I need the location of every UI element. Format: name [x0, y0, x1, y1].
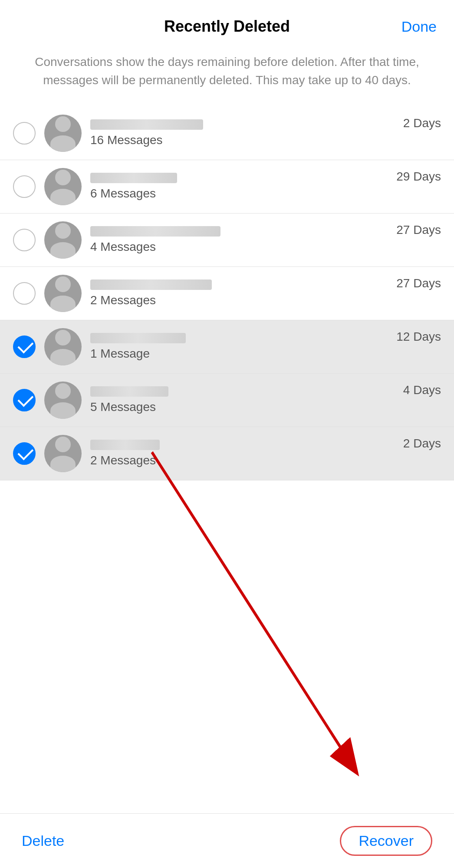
list-item[interactable]: 4 Messages27 Days [0, 214, 454, 267]
contact-name-blurred [90, 226, 220, 237]
message-count: 6 Messages [90, 187, 396, 201]
days-remaining: 27 Days [396, 221, 441, 237]
list-item[interactable]: 2 Messages2 Days [0, 427, 454, 480]
contact-name-blurred [90, 440, 160, 450]
days-remaining: 27 Days [396, 275, 441, 290]
radio-circle[interactable] [13, 389, 36, 411]
message-count: 2 Messages [90, 293, 396, 307]
radio-circle[interactable] [13, 229, 36, 251]
message-count: 16 Messages [90, 133, 403, 147]
list-item[interactable]: 6 Messages29 Days [0, 160, 454, 214]
page-title: Recently Deleted [164, 17, 290, 36]
header: Recently Deleted Done [0, 0, 454, 44]
list-item[interactable]: 1 Message12 Days [0, 320, 454, 374]
avatar [44, 168, 82, 205]
days-remaining: 4 Days [403, 381, 441, 397]
avatar [44, 381, 82, 419]
radio-circle[interactable] [13, 175, 36, 198]
avatar [44, 435, 82, 472]
days-remaining: 2 Days [403, 115, 441, 130]
avatar [44, 221, 82, 259]
message-count: 1 Message [90, 347, 396, 361]
recover-button[interactable]: Recover [340, 826, 432, 856]
message-count: 4 Messages [90, 240, 396, 254]
avatar [44, 275, 82, 312]
bottom-toolbar: Delete Recover [0, 813, 454, 868]
message-count: 5 Messages [90, 400, 403, 414]
svg-line-1 [152, 452, 356, 772]
contact-name-blurred [90, 279, 212, 290]
radio-circle[interactable] [13, 282, 36, 305]
radio-circle[interactable] [13, 122, 36, 145]
radio-circle[interactable] [13, 442, 36, 465]
list-item[interactable]: 5 Messages4 Days [0, 374, 454, 427]
days-remaining: 29 Days [396, 168, 441, 184]
conversation-list: 16 Messages2 Days6 Messages29 Days4 Mess… [0, 107, 454, 480]
list-item[interactable]: 2 Messages27 Days [0, 267, 454, 320]
list-wrapper: 16 Messages2 Days6 Messages29 Days4 Mess… [0, 107, 454, 813]
avatar [44, 115, 82, 152]
contact-name-blurred [90, 386, 168, 397]
avatar [44, 328, 82, 365]
radio-circle[interactable] [13, 335, 36, 358]
description-text: Conversations show the days remaining be… [0, 44, 454, 107]
done-button[interactable]: Done [401, 18, 437, 35]
message-count: 2 Messages [90, 454, 403, 467]
contact-name-blurred [90, 119, 203, 130]
screen: Recently Deleted Done Conversations show… [0, 0, 454, 868]
days-remaining: 2 Days [403, 435, 441, 450]
days-remaining: 12 Days [396, 328, 441, 344]
delete-button[interactable]: Delete [22, 832, 64, 849]
contact-name-blurred [90, 333, 186, 343]
contact-name-blurred [90, 173, 177, 183]
list-item[interactable]: 16 Messages2 Days [0, 107, 454, 160]
